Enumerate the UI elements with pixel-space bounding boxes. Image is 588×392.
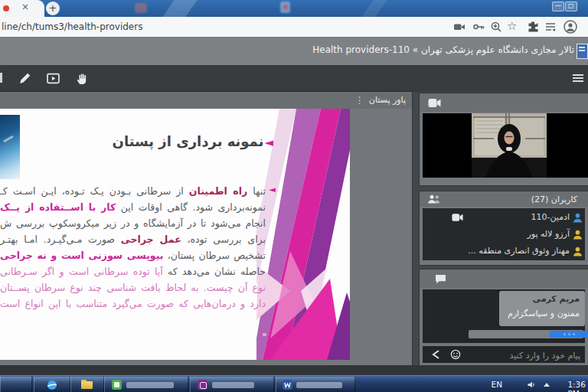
slide-line: برای بررسی توده، عمل جراحی صورت مـی‌گیـر… [0,231,266,247]
window-restore-button[interactable]: ▢ [565,2,577,11]
app-logo-icon [577,44,588,59]
menu-hamburger-icon[interactable] [573,74,583,83]
taskbar-label-smudge [212,382,254,388]
slide-line: نمونه‌برداری شود. گاهی اوقات این کار با … [0,199,266,215]
zoom-icon[interactable] [490,21,502,33]
reading-list-icon[interactable] [544,21,557,33]
user-avatar-icon [573,247,583,256]
internet-explorer-icon [47,380,57,390]
tab-close-icon[interactable]: × [21,2,29,12]
clock[interactable]: 1:36 PM [567,380,586,392]
camera-icon[interactable] [453,21,466,33]
taskbar-button-word[interactable] [276,377,355,392]
emoji-smiley-icon[interactable] [450,349,461,360]
bullet-marker-icon: ◄ [270,185,276,194]
new-tab-button[interactable]: + [46,2,60,15]
language-indicator[interactable]: EN [492,380,503,389]
video-pod [420,93,588,185]
chat-message-area: مریم کرمی ممنون و سپاسگزارم [423,289,585,343]
users-list: ادمین-110 آرزو لاله پور مهناز وثوق انصار… [423,208,585,260]
chat-message-bubble: مریم کرمی ممنون و سپاسگزارم [499,291,585,326]
window-minimize-button[interactable]: — [552,2,564,11]
slide-page-mark [263,333,266,336]
share-video-icon[interactable] [47,72,60,85]
slide-line: انجام می‌شود تا در آزمایشگاه و در زیر می… [0,215,266,231]
slide-line: تشخیص سرطان پستان، بیوپسی سوزنی است و نه… [0,247,266,263]
taskbar-label-smudge [126,382,174,388]
volume-icon[interactable] [527,381,536,389]
slide-line: حاصله نشان می‌دهد که آیا توده سرطانی است… [0,263,266,279]
raise-hand-icon[interactable] [76,72,89,85]
draw-pencil-icon[interactable] [18,72,31,85]
video-pod-header [420,93,588,112]
chat-message-text: ممنون و سپاسگزارم [508,309,580,318]
user-row-admin[interactable]: ادمین-110 [423,210,585,226]
desktop-reflection [135,3,147,13]
chat-pod: مریم کرمی ممنون و سپاسگزارم [420,270,588,365]
taskbar-label-smudge [296,382,342,388]
windows-taskbar: EN 1:36 PM [0,375,588,392]
user-webcam-on-icon [452,213,463,222]
presentation-slide: ◄نمونه برداری از پستان ◄ تنها راه اطمینا… [0,109,350,360]
webcam-video-frame [472,113,547,178]
users-people-icon [427,194,442,204]
slide-body-text: تنها راه اطمینان از سرطانی بـودن یـک تـو… [0,183,266,312]
room-header: تالار مجازی دانشگاه علوم پزشکی تهران » H… [0,37,588,65]
meeting-toolbar [0,65,588,92]
chat-bubble-icon [435,274,446,284]
chat-input-bar [423,346,585,363]
user-avatar-icon [573,213,583,223]
taskbar-button-ie[interactable] [34,377,70,392]
chat-input[interactable] [464,348,582,363]
green-app-icon [112,380,122,390]
tab-favicon-icon [3,5,9,11]
share-pod-header: ⋮ پاور پستان [0,92,412,109]
url-text[interactable]: line/ch/tums3/health-providers [2,21,142,32]
slide-line: نوع آن چیست. به لحاظ بافت شناسی چند نوع … [0,279,266,296]
profile-avatar-icon[interactable] [564,20,577,34]
screen: × + — ▢ line/ch/tums3/health-providers ☆… [0,0,588,392]
slide-heading: ◄نمونه برداری از پستان [113,133,273,149]
slide-line: تنها راه اطمینان از سرطانی بـودن یـک تـو… [0,183,266,199]
cropped-tool-icon [0,73,2,83]
taskbar-button[interactable] [0,377,32,392]
room-title: تالار مجازی دانشگاه علوم پزشکی تهران » H… [312,44,574,55]
chat-message-sender: مریم کرمی [533,294,580,304]
taskbar-button-explorer[interactable] [70,377,104,392]
send-message-icon[interactable] [430,349,441,360]
key-icon[interactable] [472,21,485,33]
user-row[interactable]: مهناز وثوق انصاری منطقه ... [423,243,585,260]
purple-app-icon [198,380,207,390]
desktop-reflection [283,5,288,9]
slide-photo [0,115,20,179]
glass-streak [361,0,387,17]
glass-streak [162,0,197,17]
scrollbar-thumb[interactable] [550,331,588,338]
share-pod: ⋮ پاور پستان ◄نمونه برداری از پستان ◄ [0,92,412,365]
pod-menu-dots-icon[interactable]: ⋮ [355,96,364,105]
browser-tab-strip: × + — ▢ [0,0,588,17]
browser-tab[interactable]: × [0,0,44,17]
users-pod: کاربران (27) ادمین-110 آرزو لاله پور مهن… [420,191,588,265]
show-hidden-icons-caret[interactable] [544,383,550,387]
word-app-icon [283,380,292,390]
heading-marker-icon: ◄ [264,136,273,149]
bookmark-star-icon[interactable]: ☆ [507,19,519,31]
video-feed[interactable] [423,113,588,178]
slide-line: دارد و درمان‌هایی که صورت می‌گیرد متناسب… [0,296,266,312]
users-pod-header: کاربران (27) [420,191,588,207]
share-pod-title: پاور پستان [369,95,406,105]
window-bottom-edge [0,365,588,375]
taskbar-button-app[interactable] [190,377,274,392]
user-avatar-icon [573,230,583,240]
webcam-icon[interactable] [428,98,441,108]
user-row[interactable]: آرزو لاله پور [423,227,585,243]
users-pod-title: کاربران (27) [531,194,577,204]
browser-url-bar: line/ch/tums3/health-providers ☆ [0,17,588,38]
chat-horizontal-scrollbar[interactable] [469,330,583,338]
taskbar-button-app[interactable] [104,377,188,392]
chat-pod-header [420,270,588,288]
extensions-puzzle-icon[interactable] [527,21,539,33]
folder-icon [81,381,93,389]
